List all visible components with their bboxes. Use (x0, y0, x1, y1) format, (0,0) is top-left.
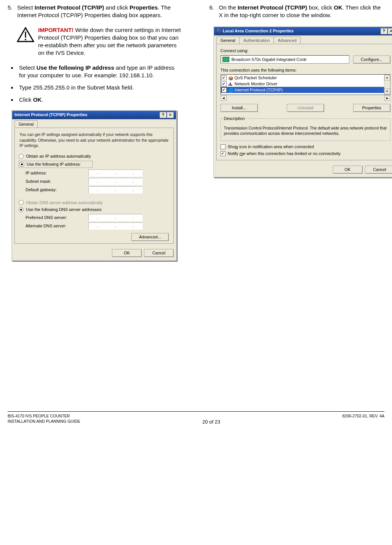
vertical-scrollbar[interactable]: ▲▼ (384, 75, 390, 94)
bullet-3: Click OK. (17, 96, 183, 104)
install-button[interactable]: Install... (221, 104, 258, 112)
advanced-button[interactable]: Advanced... (131, 233, 169, 241)
dialog2-title: Local Area Connection 2 Properties (223, 29, 294, 33)
checkbox-show-icon[interactable]: Show icon in notification area when conn… (221, 144, 390, 150)
horizontal-scrollbar[interactable]: ◀▶ (221, 95, 390, 101)
step-5: 5. Select Internet Protocol (TCP/IP) and… (8, 4, 183, 19)
dialog1-tabs: General (12, 119, 176, 128)
component-icon: 🖧 (228, 82, 234, 86)
radio-use-following-ip[interactable]: Use the following IP address: (19, 161, 93, 168)
label-default-gateway: Default gateway: (19, 187, 88, 193)
dialog2-tabs: General Authentication Advanced (214, 35, 392, 44)
list-item: QoS Packet Scheduler (235, 75, 277, 81)
cancel-button[interactable]: Cancel (365, 166, 392, 174)
label-preferred-dns: Preferred DNS server: (19, 215, 88, 221)
description-box: Description Transmission Control Protoco… (221, 116, 390, 141)
step-5-text: Select Internet Protocol (TCP/IP) and cl… (17, 4, 183, 19)
list-item: Network Monitor Driver (235, 81, 277, 87)
important-note-text: IMPORTANT! Write down the current settin… (38, 26, 183, 57)
step-6-number: 6. (210, 4, 219, 19)
page-footer: BIS-4170 IVS PEOPLE COUNTER INSTALLATION… (8, 411, 384, 425)
dialog1-titlebar: Internet Protocol (TCP/IP) Properties ? … (12, 111, 176, 119)
radio-use-following-dns[interactable]: Use the following DNS server addresses: (19, 207, 170, 213)
ip-address-field[interactable]: ... (88, 169, 142, 177)
ok-button[interactable]: OK (112, 249, 142, 257)
label-connect-using: Connect using: (221, 48, 390, 54)
bullet-2: Type 255.255.255.0 in the Subnet Mask fi… (17, 84, 183, 91)
preferred-dns-field[interactable]: ... (88, 214, 142, 221)
configure-button[interactable]: Configure... (353, 56, 390, 64)
tab-advanced[interactable]: Advanced (274, 37, 301, 44)
step-6: 6. On the Internet Protocol (TCP/IP) box… (210, 4, 385, 19)
label-alternate-dns: Alternate DNS server: (19, 223, 88, 229)
tcpip-properties-dialog: Internet Protocol (TCP/IP) Properties ? … (11, 110, 177, 261)
label-ip-address: IP address: (19, 170, 88, 176)
checkbox-notify-limited[interactable]: ✔Notify me when this connection has limi… (221, 151, 390, 157)
uninstall-button[interactable]: Uninstall (287, 104, 324, 112)
radio-obtain-ip-auto[interactable]: Obtain an IP address automatically (19, 153, 170, 159)
network-icon: 🔌 (216, 29, 223, 33)
ok-button[interactable]: OK (333, 166, 363, 174)
help-icon[interactable]: ? (381, 28, 387, 34)
help-icon[interactable]: ? (160, 112, 166, 118)
label-uses-following: This connection uses the following items… (221, 67, 390, 73)
default-gateway-field[interactable]: ... (88, 186, 142, 193)
close-icon[interactable]: × (388, 28, 392, 34)
component-icon: 🌐 (228, 88, 234, 92)
footer-right: 8200-2702-01, REV. 4A (342, 413, 384, 419)
list-item: Internet Protocol (TCP/IP) (235, 87, 283, 93)
step-5-number: 5. (8, 4, 17, 19)
subnet-mask-field[interactable]: ... (88, 178, 142, 185)
dialog1-intro: You can get IP settings assigned automat… (19, 132, 170, 152)
bullet-1: Select Use the following IP address and … (17, 64, 183, 80)
instruction-bullets: Select Use the following IP address and … (8, 64, 183, 104)
important-note: IMPORTANT! Write down the current settin… (17, 26, 183, 57)
footer-left: BIS-4170 IVS PEOPLE COUNTER INSTALLATION… (8, 413, 80, 424)
svg-point-2 (25, 39, 26, 40)
tab-authentication[interactable]: Authentication (239, 37, 274, 44)
description-legend: Description (223, 116, 246, 121)
page-number: 20 of 23 (80, 413, 342, 425)
warning-icon (17, 26, 38, 57)
step-6-text: On the Internet Protocol (TCP/IP) box, c… (219, 4, 385, 19)
label-subnet-mask: Subnet mask: (19, 179, 88, 184)
close-icon[interactable]: × (167, 112, 174, 118)
nic-icon (222, 57, 229, 62)
tab-general[interactable]: General (216, 37, 240, 44)
connection-items-list[interactable]: ✔📦 QoS Packet Scheduler ✔🖧 Network Monit… (221, 74, 390, 95)
cancel-button[interactable]: Cancel (144, 249, 174, 257)
alternate-dns-field[interactable]: ... (88, 222, 142, 230)
lan-connection-properties-dialog: 🔌 Local Area Connection 2 Properties ? ×… (213, 26, 392, 177)
dialog1-title: Internet Protocol (TCP/IP) Properties (14, 112, 87, 118)
radio-obtain-dns-auto: Obtain DNS server address automatically (19, 200, 170, 206)
nic-name: Broadcom 570x Gigabit Integrated Contr (232, 57, 307, 62)
dialog2-titlebar: 🔌 Local Area Connection 2 Properties ? × (214, 27, 392, 35)
description-text: Transmission Control Protocol/Internet P… (223, 125, 388, 137)
tab-general[interactable]: General (14, 120, 38, 128)
properties-button[interactable]: Properties (353, 104, 390, 112)
component-icon: 📦 (228, 75, 234, 80)
